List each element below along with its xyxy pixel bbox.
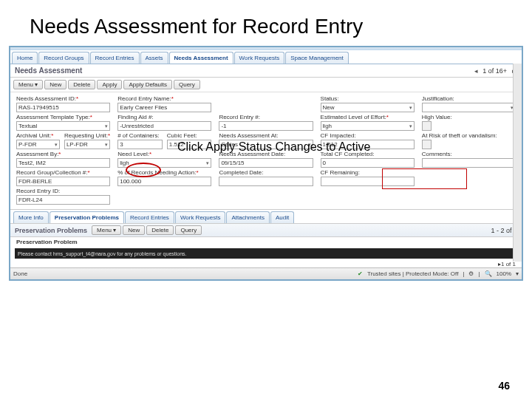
finding-aid-label: Finding Aid #:: [117, 114, 211, 120]
num-containers-input[interactable]: 3: [117, 140, 163, 149]
record-group-label: Record Group/Collection #:*: [16, 169, 110, 176]
paginator: ◂ 1 of 16+ ▸: [472, 67, 517, 75]
status-highlight-box: [382, 168, 467, 189]
delete-button[interactable]: Delete: [68, 80, 95, 89]
subtab-work-requests[interactable]: Work Requests: [175, 211, 226, 223]
section-header: Needs Assessment ◂ 1 of 16+ ▸: [10, 64, 522, 78]
browser-status-bar: Done ✔ Trusted sites | Protected Mode: O…: [10, 267, 522, 279]
preservation-title: Preservation Problems: [15, 227, 87, 234]
needs-id-input[interactable]: RAS-17949515: [16, 103, 110, 112]
finding-aid-input[interactable]: -Unrestricted: [117, 121, 211, 131]
tab-assets[interactable]: Assets: [140, 52, 168, 64]
main-tab-row: Home Record Groups Record Entries Assets…: [10, 50, 522, 64]
safety-icon: ⚙: [468, 270, 474, 277]
high-value-checkbox[interactable]: [422, 121, 432, 131]
slide-page-number: 46: [498, 380, 510, 392]
assess-tmpl-label: Assessment Template Type:*: [16, 114, 110, 120]
pres-delete-button[interactable]: Delete: [146, 225, 174, 235]
needs-date-input[interactable]: 09/15/15: [219, 158, 313, 168]
record-entry-id-input[interactable]: FDR-L24: [16, 195, 110, 205]
needs-id-label: Needs Assessment ID:*: [16, 95, 110, 102]
divider: |: [478, 270, 480, 277]
assessment-by-input[interactable]: Test2, IM2: [16, 158, 110, 168]
cf-impacted-label: CF Impacted:: [321, 132, 415, 139]
tab-space-management[interactable]: Space Management: [285, 52, 349, 64]
apply-highlight-ellipse: [126, 163, 161, 177]
subtab-audit[interactable]: Audit: [270, 211, 294, 223]
record-group-input[interactable]: FDR-BERLE: [16, 177, 110, 186]
tab-home[interactable]: Home: [12, 52, 38, 64]
archival-unit-dropdown[interactable]: P-FDR: [16, 140, 60, 149]
est-units-label: Estimated Level of Effort:*: [321, 114, 415, 120]
sub-tab-row: More Info Preservation Problems Record E…: [10, 209, 522, 223]
record-entry-name-input[interactable]: Early Career Files: [117, 103, 211, 112]
subtab-more-info[interactable]: More Info: [13, 211, 49, 223]
pres-column-header: Preservation Problem: [10, 237, 522, 247]
pres-new-button[interactable]: New: [123, 225, 145, 235]
annotation-text: Click Apply Status Changes to Active: [177, 140, 370, 154]
record-entry-name-label: Record Entry Name:*: [117, 95, 211, 102]
tab-needs-assessment[interactable]: Needs Assessment: [169, 52, 233, 64]
pct-records-input[interactable]: 100.000: [117, 177, 211, 186]
page-info: 1 of 16+: [482, 67, 507, 75]
est-units-dropdown[interactable]: ligh: [321, 121, 415, 131]
status-label: Status:: [321, 95, 415, 102]
zoom-icon: 🔍: [485, 270, 492, 277]
query-button[interactable]: Query: [174, 80, 200, 89]
status-dropdown[interactable]: New: [321, 103, 415, 112]
preservation-header: Preservation Problems Menu ▾ New Delete …: [10, 223, 522, 237]
record-entry-id-label: Record Entry ID:: [16, 188, 110, 194]
status-zoom: 100%: [497, 270, 511, 277]
trusted-sites-icon: ✔: [358, 270, 363, 277]
record-entry-num-label: Record Entry #:: [219, 114, 313, 120]
archival-unit-label: Archival Unit:*: [16, 132, 60, 139]
completed-date-input[interactable]: [219, 177, 313, 186]
slide-title: Needs Assessment for Record Entry: [0, 0, 532, 46]
subtab-preservation-problems[interactable]: Preservation Problems: [50, 211, 124, 223]
num-containers-label: # of Containers:: [117, 132, 163, 139]
cubic-feet-label: Cubic Feet:: [167, 132, 212, 139]
toolbar: Menu ▾ New Delete Apply Apply Defaults Q…: [10, 78, 522, 92]
completed-date-label: Completed Date:: [219, 169, 313, 176]
tab-work-requests[interactable]: Work Requests: [234, 52, 285, 64]
tab-record-entries[interactable]: Record Entries: [90, 52, 140, 64]
apply-defaults-button[interactable]: Apply Defaults: [123, 80, 172, 89]
justification-dropdown[interactable]: [422, 103, 516, 112]
comments-input[interactable]: [422, 158, 516, 168]
zoom-chevron-icon[interactable]: ▾: [516, 270, 519, 277]
section-title: Needs Assessment: [15, 66, 82, 75]
pres-query-button[interactable]: Query: [175, 225, 202, 235]
at-risk-label: At Risk of theft or vandalism:: [422, 132, 516, 139]
requesting-unit-label: Requesting Unit:*: [64, 132, 110, 139]
at-risk-checkbox[interactable]: [422, 140, 432, 149]
status-trusted: Trusted sites | Protected Mode: Off: [367, 270, 458, 277]
pres-row[interactable]: Please contact hms_support_t4@nara.gov f…: [15, 248, 517, 259]
vertical-scrollbar[interactable]: [513, 64, 522, 262]
needs-at-label: Needs Assessment At:: [219, 132, 313, 139]
status-done: Done: [13, 270, 27, 277]
subtab-record-entries[interactable]: Record Entries: [125, 211, 174, 223]
justification-label: Justification:: [422, 95, 516, 102]
divider: |: [463, 270, 464, 277]
requesting-unit-dropdown[interactable]: LP-FDR: [64, 140, 110, 149]
subtab-attachments[interactable]: Attachments: [226, 211, 269, 223]
page-prev-icon[interactable]: ◂: [472, 67, 480, 75]
total-cf-input[interactable]: 0: [321, 158, 415, 168]
app-window: Home Record Groups Record Entries Assets…: [9, 46, 523, 281]
high-value-label: High Value:: [422, 114, 516, 120]
record-entry-num-input[interactable]: -1: [219, 121, 313, 131]
new-button[interactable]: New: [44, 80, 66, 89]
tab-record-groups[interactable]: Record Groups: [38, 52, 89, 64]
pres-menu-button[interactable]: Menu ▾: [92, 225, 121, 235]
comments-label: Comments:: [422, 151, 516, 157]
menu-button[interactable]: Menu ▾: [13, 80, 43, 89]
assessment-by-label: Assessment By:*: [16, 151, 110, 157]
apply-button[interactable]: Apply: [97, 80, 122, 89]
assess-tmpl-dropdown[interactable]: Textual: [16, 121, 110, 131]
